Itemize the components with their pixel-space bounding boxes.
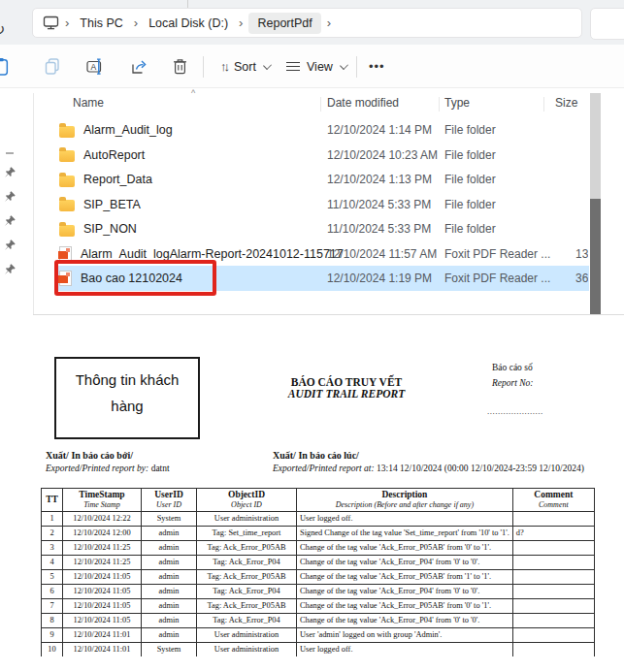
breadcrumb-this-pc[interactable]: This PC (75, 14, 127, 33)
file-name: AutoReport (83, 148, 145, 162)
breadcrumb-chevron: › (128, 16, 144, 30)
header-comment: CommentComment (512, 489, 594, 512)
header-timestamp: TimeStampTime Stamp (63, 489, 142, 512)
file-type: File folder (444, 198, 496, 211)
delete-icon[interactable] (173, 45, 187, 88)
file-date: 12/10/2024 10:23 AM (327, 148, 438, 162)
view-button[interactable]: View (286, 45, 347, 88)
column-separator[interactable] (439, 97, 440, 112)
customer-info-box: Thông tin khách hàng (54, 357, 200, 439)
sort-button[interactable]: ↑↓ Sort (220, 45, 271, 88)
file-row[interactable]: AutoReport 12/10/2024 10:23 AM File fold… (55, 143, 589, 168)
breadcrumb-local-disk-d[interactable]: Local Disk (D:) (144, 14, 233, 33)
explorer-toolbar: A ↑↓ Sort View ••• (0, 45, 624, 88)
file-type: File folder (444, 173, 496, 186)
breadcrumb-reportpdf[interactable]: ReportPdf (248, 13, 320, 34)
table-row: 712/10/2024 11:05adminTag: Ack_Error_P05… (42, 599, 595, 614)
sort-ascending-indicator: ^ (191, 88, 195, 98)
view-label: View (307, 60, 333, 74)
more-options-button[interactable]: ••• (369, 45, 385, 88)
file-row[interactable]: SIP_BETA 11/10/2024 5:33 PM File folder (55, 192, 589, 217)
explorer-bottom-edge (33, 314, 624, 315)
breadcrumb-chevron: › (59, 16, 75, 30)
file-type: File folder (444, 148, 496, 162)
pin-icon[interactable] (5, 167, 16, 177)
toolbar-divider (356, 45, 357, 88)
audit-trail-table: TT TimeStampTime Stamp UserIDUser ID Obj… (41, 488, 595, 656)
table-row: 412/10/2024 11:25adminTag: Ack_Error_P04… (42, 556, 595, 570)
exported-at-block: Xuất/ In báo cáo lúc/ Exported/Printed r… (273, 450, 584, 473)
file-date: 12/10/2024 11:57 AM (327, 247, 437, 261)
chevron-down-icon (263, 61, 272, 70)
report-no-label-vi: Báo cáo số (492, 360, 533, 375)
file-date: 12/10/2024 1:19 PM (327, 272, 432, 285)
screenshot-stage: ↻ › This PC › Local Disk (D:) › ReportPd… (0, 0, 624, 672)
report-no-label-en: Report No: (492, 375, 533, 391)
share-icon[interactable] (131, 45, 148, 88)
file-size: 36 (575, 272, 588, 285)
table-row: 212/10/2024 12:00adminTag: Set_time_repo… (42, 527, 595, 541)
table-row: 512/10/2024 11:05adminTag: Ack_Error_P05… (42, 570, 595, 585)
exported-at-label-en: Exported/Printed report at: (273, 464, 375, 473)
scrollbar-thumb[interactable] (590, 199, 601, 314)
column-header-size[interactable]: Size (555, 96, 577, 110)
folder-icon (59, 200, 75, 211)
file-row[interactable]: Alarm_Audit_log 12/10/2024 1:14 PM File … (55, 117, 589, 143)
header-tt: TT (42, 489, 63, 512)
header-userid: UserIDUser ID (142, 489, 197, 512)
table-row: 312/10/2024 11:25adminTag: Ack_Error_P05… (42, 541, 595, 556)
table-header-row: TT TimeStampTime Stamp UserIDUser ID Obj… (42, 489, 595, 512)
search-box[interactable] (590, 8, 624, 40)
report-title: BÁO CÁO TRUY VẾT AUDIT TRAIL REPORT (230, 376, 463, 400)
breadcrumb-chevron: › (321, 16, 337, 30)
table-row: 812/10/2024 11:05adminTag: Ack_Error_P04… (42, 614, 595, 628)
customer-info-line1: Thông tin khách (76, 371, 180, 388)
pin-icon[interactable] (5, 191, 16, 202)
sort-label: Sort (234, 60, 256, 74)
file-date: 12/10/2024 1:13 PM (327, 173, 432, 186)
table-row: 912/10/2024 11:01adminUser administratio… (42, 628, 595, 643)
paste-icon[interactable] (0, 45, 10, 88)
copy-icon[interactable] (45, 45, 60, 88)
view-list-icon (286, 62, 300, 72)
rename-icon[interactable]: A (86, 45, 104, 88)
file-name: SIP_BETA (83, 198, 141, 211)
file-name: Report_Data (83, 173, 152, 186)
column-header-date-modified[interactable]: Date modified (327, 96, 399, 110)
customer-info-line2: hàng (111, 398, 143, 414)
exported-by-block: Xuất/ In báo cáo bởi/ Exported/Printed r… (46, 450, 170, 473)
chevron-down-icon (340, 61, 348, 70)
red-highlight-annotation (54, 260, 216, 296)
file-type: File folder (444, 222, 496, 236)
pin-icon[interactable] (5, 240, 16, 250)
report-title-en: AUDIT TRAIL REPORT (230, 388, 463, 400)
explorer-topbar: ↻ › This PC › Local Disk (D:) › ReportPd… (0, 0, 624, 45)
file-name: Alarm_Audit_log (83, 123, 173, 137)
file-type: Foxit PDF Reader ... (444, 272, 550, 285)
report-title-vi: BÁO CÁO TRUY VẾT (230, 376, 463, 388)
file-type: File folder (444, 123, 496, 137)
exported-at-label-vi: Xuất/ In báo cáo lúc/ (273, 450, 584, 461)
pin-icon[interactable] (5, 264, 16, 274)
address-bar[interactable]: › This PC › Local Disk (D:) › ReportPdf … (32, 8, 582, 38)
column-header-name[interactable]: Name (73, 96, 104, 110)
folder-icon (59, 176, 75, 187)
pin-icon[interactable] (5, 215, 16, 226)
column-separator[interactable] (543, 97, 544, 112)
file-row[interactable]: SIP_NON 11/10/2024 5:33 PM File folder (55, 216, 589, 241)
this-pc-icon (43, 16, 59, 30)
file-row[interactable]: Report_Data 12/10/2024 1:13 PM File fold… (55, 167, 589, 192)
breadcrumb-chevron: › (233, 16, 248, 30)
column-separator[interactable] (320, 97, 321, 112)
exported-by-label-vi: Xuất/ In báo cáo bởi/ (46, 450, 170, 461)
column-header-type[interactable]: Type (444, 96, 470, 110)
file-size: 13 (575, 247, 588, 261)
header-description: DescriptionDescription (Before and after… (297, 489, 513, 512)
folder-icon (59, 150, 75, 162)
folder-icon (59, 126, 75, 138)
file-date: 11/10/2024 5:33 PM (327, 198, 431, 211)
refresh-icon[interactable]: ↻ (0, 20, 13, 42)
report-no-dotted-line: ..................... (487, 406, 543, 416)
table-row: 1012/10/2024 11:01SystemUser administrat… (42, 643, 595, 657)
toolbar-divider (203, 45, 204, 88)
